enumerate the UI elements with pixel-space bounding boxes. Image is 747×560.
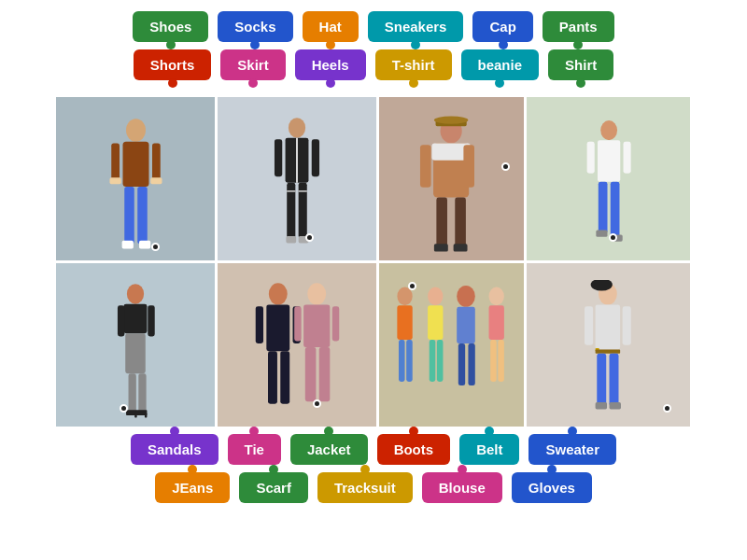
svg-rect-3	[137, 186, 148, 243]
svg-rect-34	[599, 182, 608, 233]
svg-rect-61	[304, 347, 316, 401]
connector-dot-6	[313, 399, 321, 408]
svg-rect-2	[124, 186, 134, 243]
connector-dot-7	[408, 282, 416, 290]
svg-rect-88	[595, 401, 606, 408]
svg-rect-28	[436, 197, 447, 247]
svg-rect-89	[609, 401, 620, 408]
svg-rect-5	[152, 143, 161, 179]
tag-heels[interactable]: Heels	[295, 49, 366, 80]
connector-dot-1	[151, 243, 160, 251]
image-grid	[56, 97, 691, 427]
tag-bottom-tie[interactable]: Tie	[228, 434, 281, 465]
tag-bottom-gloves[interactable]: Gloves	[512, 472, 592, 503]
svg-rect-36	[587, 142, 595, 174]
svg-rect-62	[318, 347, 330, 401]
svg-rect-26	[420, 145, 431, 188]
svg-rect-8	[121, 240, 133, 248]
image-1	[56, 97, 215, 260]
svg-rect-50	[145, 413, 147, 417]
image-3	[379, 97, 524, 260]
connector-dot-3	[501, 162, 510, 171]
svg-rect-45	[129, 373, 136, 413]
image-7	[379, 263, 524, 427]
svg-rect-68	[428, 305, 443, 340]
tag-bottom-jeans[interactable]: JEans	[155, 472, 230, 503]
tag-bottom-scarf[interactable]: Scarf	[239, 472, 308, 503]
tags-bottom-row2: JEansScarfTracksuitBlouseGloves	[0, 472, 747, 503]
svg-rect-19	[286, 235, 296, 242]
tag-bottom-boots[interactable]: Boots	[377, 434, 451, 465]
tag-shirt[interactable]: Shirt	[548, 49, 613, 80]
svg-rect-52	[266, 304, 289, 351]
tag-sneakers[interactable]: Sneakers	[368, 11, 464, 42]
svg-rect-4	[111, 143, 120, 179]
svg-rect-6	[109, 177, 120, 184]
svg-rect-37	[624, 142, 631, 174]
svg-rect-43	[118, 305, 124, 336]
connector-dot-4	[609, 233, 617, 242]
svg-point-57	[307, 283, 326, 304]
svg-rect-42	[125, 333, 146, 373]
svg-point-23	[433, 116, 467, 123]
image-6	[218, 263, 376, 427]
svg-rect-27	[463, 145, 474, 188]
tag-beanie[interactable]: beanie	[461, 49, 540, 80]
tag-bottom-sandals[interactable]: Sandals	[131, 434, 218, 465]
svg-rect-72	[457, 306, 475, 343]
connector-dot-5	[120, 404, 128, 413]
svg-rect-77	[490, 340, 497, 382]
image-5	[56, 263, 215, 427]
svg-rect-53	[255, 306, 262, 343]
svg-rect-86	[597, 353, 606, 405]
svg-point-10	[289, 118, 305, 138]
svg-rect-31	[453, 244, 467, 251]
svg-rect-78	[498, 340, 504, 382]
svg-rect-9	[139, 240, 150, 248]
svg-point-32	[600, 120, 617, 140]
tags-row1: ShoesSocksHatSneakersCapPants	[0, 0, 747, 42]
svg-rect-38	[597, 231, 608, 237]
tag-socks[interactable]: Socks	[218, 11, 292, 42]
tag-t-shirt[interactable]: T-shirt	[375, 49, 452, 80]
svg-rect-33	[598, 140, 620, 182]
tags-row2: ShortsSkirtHeelsT-shirtbeanieShirt	[0, 49, 747, 80]
tag-cap[interactable]: Cap	[472, 11, 532, 42]
svg-point-67	[428, 287, 443, 305]
svg-rect-59	[294, 306, 301, 341]
svg-point-51	[268, 283, 287, 304]
svg-rect-87	[609, 353, 618, 405]
svg-rect-66	[406, 340, 413, 382]
image-8	[527, 263, 690, 427]
svg-rect-83	[622, 306, 630, 344]
svg-rect-44	[148, 305, 154, 336]
tag-bottom-blouse[interactable]: Blouse	[422, 472, 502, 503]
svg-point-40	[127, 284, 144, 304]
svg-point-75	[489, 287, 504, 305]
image-4	[527, 97, 690, 260]
svg-rect-35	[611, 182, 620, 239]
tag-hat[interactable]: Hat	[303, 11, 359, 42]
svg-rect-58	[303, 304, 330, 347]
tag-bottom-tracksuit[interactable]: Tracksuit	[317, 472, 413, 503]
svg-point-0	[126, 119, 146, 142]
svg-rect-65	[399, 340, 405, 382]
svg-rect-64	[397, 305, 412, 340]
svg-rect-1	[122, 141, 148, 186]
svg-rect-7	[150, 177, 162, 184]
svg-rect-41	[124, 303, 148, 333]
tag-shorts[interactable]: Shorts	[134, 49, 212, 80]
image-2	[218, 97, 376, 260]
tags-bottom-row1: SandalsTieJacketBootsBeltSweater	[0, 434, 747, 465]
tag-bottom-belt[interactable]: Belt	[459, 434, 519, 465]
tag-pants[interactable]: Pants	[543, 11, 614, 42]
svg-rect-82	[585, 306, 593, 344]
svg-rect-17	[275, 139, 282, 176]
tag-shoes[interactable]: Shoes	[133, 11, 208, 42]
tag-skirt[interactable]: Skirt	[220, 49, 285, 80]
svg-rect-73	[458, 343, 465, 385]
tag-bottom-sweater[interactable]: Sweater	[529, 434, 616, 465]
connector-dot-2	[305, 233, 314, 242]
svg-rect-74	[469, 343, 475, 385]
tag-bottom-jacket[interactable]: Jacket	[290, 434, 368, 465]
